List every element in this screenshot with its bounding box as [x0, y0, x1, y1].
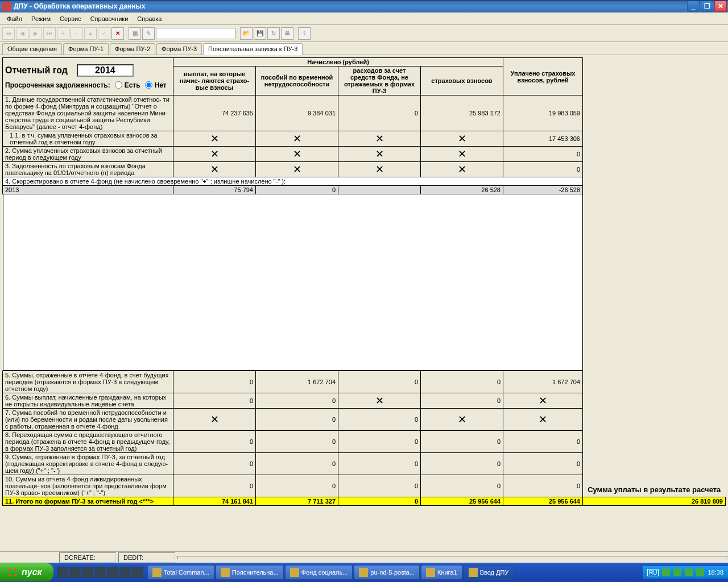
cell[interactable]: 9 384 031: [256, 95, 338, 131]
menu-file[interactable]: Файл: [2, 14, 27, 23]
cell[interactable]: 0: [173, 431, 256, 453]
ql-icon[interactable]: [107, 567, 118, 578]
cell[interactable]: 0: [421, 431, 503, 453]
tab-general[interactable]: Общие сведения: [2, 43, 62, 55]
cell[interactable]: 0: [173, 393, 256, 409]
tab-pu3[interactable]: Форма ПУ-3: [156, 43, 202, 55]
cell[interactable]: 0: [503, 431, 583, 453]
cell[interactable]: 0: [421, 371, 503, 393]
cell[interactable]: 0: [256, 431, 338, 453]
tab-note-pu3[interactable]: Пояснительная записка к ПУ-3: [203, 43, 303, 55]
nav-prev-button[interactable]: ◀: [16, 27, 28, 40]
nav-next-button[interactable]: ▶: [30, 27, 42, 40]
ql-icon[interactable]: [82, 567, 93, 578]
system-tray[interactable]: RU 18:38: [643, 566, 728, 579]
confirm-button[interactable]: ✓: [98, 27, 110, 40]
ql-icon[interactable]: [132, 567, 143, 578]
tray-icon[interactable]: [696, 568, 704, 576]
task-item[interactable]: Пояснительна...: [216, 565, 284, 580]
tray-icon[interactable]: [685, 568, 693, 576]
task-item[interactable]: Фонд социаль...: [285, 565, 353, 580]
menu-service[interactable]: Сервис: [55, 14, 86, 23]
cell[interactable]: 0: [338, 371, 421, 393]
cell[interactable]: 0: [173, 475, 256, 497]
minimize-button[interactable]: _: [687, 1, 700, 12]
task-item[interactable]: Total Comman...: [147, 565, 214, 580]
cell[interactable]: 0: [173, 453, 256, 475]
menu-mode[interactable]: Режим: [27, 14, 55, 23]
cell[interactable]: 1 672 704: [503, 371, 583, 393]
cell[interactable]: 0: [503, 147, 583, 162]
nav-last-button[interactable]: ⏭: [43, 27, 56, 40]
cell[interactable]: 1 672 704: [256, 371, 338, 393]
cell[interactable]: 0: [173, 371, 256, 393]
delinq-no-radio[interactable]: [145, 81, 152, 89]
tray-icon[interactable]: [662, 568, 670, 576]
close-button[interactable]: ✕: [714, 1, 727, 12]
maximize-button[interactable]: ❐: [701, 1, 713, 12]
cancel-button[interactable]: ✕: [111, 27, 124, 40]
cell[interactable]: 0: [421, 475, 503, 497]
clock[interactable]: 18:38: [708, 569, 723, 576]
nav-first-button[interactable]: ⏮: [2, 27, 15, 40]
cell[interactable]: 25 983 172: [421, 95, 503, 131]
menu-help[interactable]: Справка: [133, 14, 166, 23]
grid-empty-area[interactable]: [3, 194, 583, 371]
add-button[interactable]: +: [57, 27, 69, 40]
cell[interactable]: 0: [338, 475, 421, 497]
ql-icon[interactable]: [119, 567, 131, 578]
cell[interactable]: 26 528: [421, 186, 503, 194]
tool-button-1[interactable]: ▦: [129, 27, 141, 40]
cell[interactable]: 0: [338, 431, 421, 453]
cell[interactable]: 0: [503, 475, 583, 497]
cell[interactable]: [338, 186, 421, 194]
tool-save-button[interactable]: 💾: [254, 27, 266, 40]
cell[interactable]: 0: [256, 409, 338, 431]
tab-pu2[interactable]: Форма ПУ-2: [110, 43, 155, 55]
start-button[interactable]: пуск: [0, 563, 53, 581]
tool-export-button[interactable]: ⇪: [298, 27, 311, 40]
cell[interactable]: 0: [421, 453, 503, 475]
status-dedit: DEDIT:: [118, 552, 175, 563]
cell[interactable]: 0: [338, 95, 421, 131]
year-label: Отчетный год: [5, 65, 68, 76]
summary-label: Сумма уплаты в результате расчета: [585, 483, 723, 496]
tray-icon[interactable]: [673, 568, 681, 576]
delinq-yes-radio[interactable]: [115, 81, 122, 89]
cell[interactable]: 74 237 635: [173, 95, 256, 131]
cell[interactable]: 0: [338, 453, 421, 475]
lang-indicator[interactable]: RU: [647, 569, 659, 576]
menu-ref[interactable]: Справочники: [86, 14, 133, 23]
year-input[interactable]: 2014: [77, 64, 134, 77]
cell[interactable]: -26 528: [503, 186, 583, 194]
cell[interactable]: 0: [256, 453, 338, 475]
cell[interactable]: 0: [256, 186, 338, 194]
x-cell: ✕: [256, 147, 338, 162]
ql-icon[interactable]: [57, 567, 68, 578]
cell[interactable]: 19 983 059: [503, 95, 583, 131]
cell[interactable]: 0: [256, 393, 338, 409]
cell[interactable]: 0: [503, 162, 583, 177]
tab-pu1[interactable]: Форма ПУ-1: [63, 43, 109, 55]
task-item[interactable]: pu-nd-5-posta...: [354, 565, 420, 580]
row-4y-label: 2013: [3, 186, 173, 194]
app-icon: [426, 568, 435, 577]
edit-button[interactable]: ▲: [84, 27, 97, 40]
ql-icon[interactable]: [94, 567, 106, 578]
tool-print-button[interactable]: 🖶: [281, 27, 293, 40]
cell[interactable]: 0: [338, 409, 421, 431]
tool-button-2[interactable]: ✎: [142, 27, 155, 40]
cell[interactable]: 0: [503, 453, 583, 475]
task-item[interactable]: Книга1: [421, 565, 462, 580]
cell[interactable]: 75 794: [173, 186, 256, 194]
x-cell: ✕: [256, 131, 338, 147]
cell[interactable]: 0: [421, 393, 503, 409]
cell[interactable]: 17 453 306: [503, 131, 583, 147]
tool-refresh-button[interactable]: ↻: [267, 27, 280, 40]
remove-button[interactable]: −: [71, 27, 83, 40]
tool-open-button[interactable]: 📂: [240, 27, 253, 40]
toolbar-search-input[interactable]: [156, 28, 235, 39]
ql-icon[interactable]: [69, 567, 81, 578]
task-item-active[interactable]: Ввод ДПУ: [464, 565, 514, 580]
cell[interactable]: 0: [256, 475, 338, 497]
